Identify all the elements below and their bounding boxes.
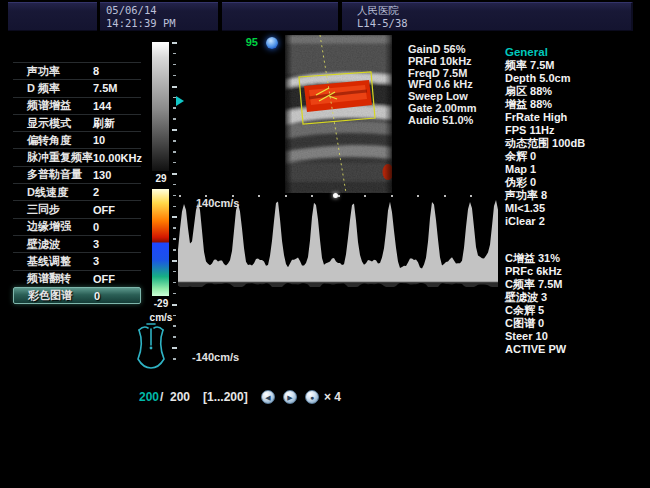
param-value: 130 xyxy=(93,169,111,181)
param-value: 10 xyxy=(93,134,105,146)
doppler-params-overlay: GainD 56%PRFd 10kHzFreqD 7.5MWFd 0.6 kHz… xyxy=(408,44,476,127)
play-button[interactable]: ▶ xyxy=(283,390,297,404)
param-label: D 频率 xyxy=(13,81,60,96)
param-value: 8 xyxy=(93,65,99,77)
param-row-5[interactable]: 偏转角度10 xyxy=(13,131,141,148)
sweep-position-icon xyxy=(333,193,338,198)
depth-ruler-minor xyxy=(173,42,176,369)
param-row-3[interactable]: 频谱增益144 xyxy=(13,97,141,114)
doppler-param-line: PRFd 10kHz xyxy=(408,56,476,68)
param-label: 声功率 xyxy=(13,64,60,79)
time-text: 14:21:39 PM xyxy=(106,17,176,30)
top-bar-segment-3 xyxy=(222,2,338,31)
status-line: C图谱 0 xyxy=(505,317,647,330)
bmode-status-group: 频率 7.5MDepth 5.0cm扇区 88%增益 88%FrRate Hig… xyxy=(505,59,647,228)
color-status-group: C增益 31%PRFc 6kHzC频率 7.5M壁滤波 3C余辉 5C图谱 0S… xyxy=(505,252,647,356)
spectral-baseline xyxy=(178,281,498,282)
status-panel: General 频率 7.5MDepth 5.0cm扇区 88%增益 88%Fr… xyxy=(505,46,647,356)
param-label: 显示模式 xyxy=(13,116,71,131)
preset-heading: General xyxy=(505,46,647,59)
color-doppler-bar xyxy=(152,189,169,296)
status-line: C频率 7.5M xyxy=(505,278,647,291)
param-label: 三同步 xyxy=(13,202,60,217)
param-label: 偏转角度 xyxy=(13,133,71,148)
status-line: MI<1.35 xyxy=(505,202,647,215)
status-line: PRFc 6kHz xyxy=(505,265,647,278)
status-line: C增益 31% xyxy=(505,252,647,265)
stop-button[interactable]: ● xyxy=(305,390,319,404)
hospital-name: 人民医院 xyxy=(357,4,399,17)
param-label: 多普勒音量 xyxy=(13,167,82,182)
date-text: 05/06/14 xyxy=(106,4,157,17)
parameter-panel: 声功率8D 频率7.5M频谱增益144显示模式刷新偏转角度10脉冲重复频率10.… xyxy=(13,62,141,304)
bmode-gain-value: 95 xyxy=(236,36,258,48)
param-value: 3 xyxy=(93,255,99,267)
status-line: 伪彩 0 xyxy=(505,176,647,189)
param-label: 彩色图谱 xyxy=(14,288,72,303)
param-label: 频谱翻转 xyxy=(13,271,71,286)
doppler-param-line: Audio 51.0% xyxy=(408,115,476,127)
status-line: 频率 7.5M xyxy=(505,59,647,72)
status-line: Depth 5.0cm xyxy=(505,72,647,85)
status-led-icon xyxy=(266,37,278,49)
param-row-13[interactable]: 频谱翻转OFF xyxy=(13,270,141,287)
status-line: C余辉 5 xyxy=(505,304,647,317)
param-row-6[interactable]: 脉冲重复频率10.00KHz xyxy=(13,148,141,165)
param-value: 3 xyxy=(93,238,99,250)
param-value: 7.5M xyxy=(93,82,117,94)
grayscale-bar xyxy=(152,42,169,171)
frame-range: [1...200] xyxy=(203,390,248,404)
param-row-8[interactable]: D线速度2 xyxy=(13,183,141,200)
param-value: 10.00KHz xyxy=(93,152,142,164)
param-row-10[interactable]: 边缘增强0 xyxy=(13,218,141,235)
bmode-image[interactable] xyxy=(285,35,392,193)
param-row-11[interactable]: 壁滤波3 xyxy=(13,235,141,252)
param-label: 壁滤波 xyxy=(13,237,60,252)
status-line: 壁滤波 3 xyxy=(505,291,647,304)
param-value: 0 xyxy=(93,221,99,233)
status-line: Steer 10 xyxy=(505,330,647,343)
status-line: 声功率 8 xyxy=(505,189,647,202)
total-frames: 200 xyxy=(170,390,190,404)
status-line: 增益 88% xyxy=(505,98,647,111)
param-value: 2 xyxy=(93,186,99,198)
param-label: D线速度 xyxy=(13,185,68,200)
playback-speed: × 4 xyxy=(324,390,341,404)
status-line: 动态范围 100dB xyxy=(505,137,647,150)
param-row-12[interactable]: 基线调整3 xyxy=(13,252,141,269)
param-row-7[interactable]: 多普勒音量130 xyxy=(13,166,141,183)
probe-model: L14-5/38 xyxy=(357,17,408,30)
focus-marker-icon[interactable] xyxy=(176,96,184,106)
param-row-9[interactable]: 三同步OFF xyxy=(13,200,141,217)
param-label: 基线调整 xyxy=(13,254,71,269)
body-mark-icon[interactable] xyxy=(132,322,170,372)
status-line: 扇区 88% xyxy=(505,85,647,98)
param-label: 频谱增益 xyxy=(13,98,71,113)
prev-frame-button[interactable]: ◀ xyxy=(261,390,275,404)
ultrasound-screen: 05/06/14 14:21:39 PM 人民医院 L14-5/38 声功率8D… xyxy=(0,0,650,488)
param-label: 边缘增强 xyxy=(13,219,71,234)
param-row-2[interactable]: D 频率7.5M xyxy=(13,79,141,96)
spectral-display xyxy=(178,200,498,305)
param-value: 0 xyxy=(94,290,100,302)
param-value: 144 xyxy=(93,100,111,112)
param-value: OFF xyxy=(93,204,115,216)
doppler-param-line: Gate 2.00mm xyxy=(408,103,476,115)
status-line: FrRate High xyxy=(505,111,647,124)
frame-separator: / xyxy=(160,390,163,404)
status-line: Map 1 xyxy=(505,163,647,176)
param-value: 刷新 xyxy=(93,116,115,131)
param-label: 脉冲重复频率 xyxy=(13,150,93,165)
current-frame: 200 xyxy=(139,390,159,404)
status-line: iClear 2 xyxy=(505,215,647,228)
top-bar-segment-1 xyxy=(8,2,97,31)
param-row-4[interactable]: 显示模式刷新 xyxy=(13,114,141,131)
status-line: FPS 11Hz xyxy=(505,124,647,137)
param-row-14[interactable]: 彩色图谱0 xyxy=(13,287,141,304)
status-line: ACTIVE PW xyxy=(505,343,647,356)
velocity-min-label: -140cm/s xyxy=(192,351,239,363)
status-line: 余辉 0 xyxy=(505,150,647,163)
param-row-1[interactable]: 声功率8 xyxy=(13,62,141,79)
param-value: OFF xyxy=(93,273,115,285)
